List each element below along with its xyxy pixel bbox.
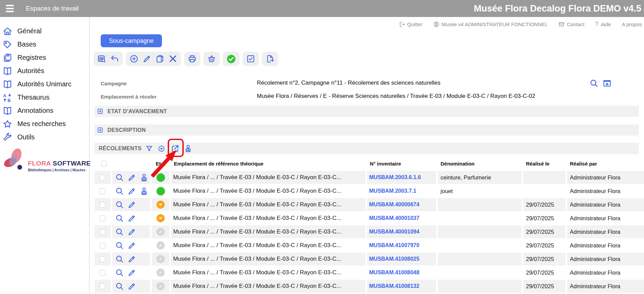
edit-icon[interactable] (128, 201, 136, 209)
realise-le-cell: 29/07/2025 (523, 253, 565, 265)
inventory-link[interactable]: MUSBAM.2003.7.1 (369, 188, 416, 194)
view-icon[interactable] (115, 201, 124, 209)
sidebar-item-thesaurus[interactable]: ABThesaurus (0, 91, 89, 104)
check-square-icon[interactable] (246, 54, 255, 63)
add-icon[interactable] (130, 54, 138, 63)
filter-icon[interactable] (145, 145, 153, 153)
row-checkbox[interactable] (100, 202, 105, 208)
row-checkbox[interactable] (100, 270, 105, 276)
emplacement-value: Musée Flora / Réserves / E - Réserve Sci… (257, 93, 535, 100)
inventaire-cell: MUSBAM.41008132 (367, 280, 436, 293)
edit-icon[interactable] (128, 214, 136, 223)
status-done-icon: ✓ (156, 282, 165, 290)
inventory-link[interactable]: MUSBAM.41007970 (369, 242, 419, 248)
recolements-title: RÉCOLEMENTS (99, 145, 142, 152)
inventory-link[interactable]: MUSBAM.2003.6.1.6 (369, 174, 421, 180)
view-icon[interactable] (115, 269, 124, 277)
view-icon[interactable] (115, 228, 124, 236)
row-checkbox-cell (95, 253, 111, 265)
basket-icon[interactable] (207, 54, 216, 63)
menu-icon[interactable] (3, 3, 17, 14)
sidebar-item-autorites-unimarc[interactable]: Autorités Unimarc (0, 77, 89, 91)
delete-icon[interactable] (168, 54, 177, 63)
edit-icon[interactable] (128, 282, 136, 291)
user-menu[interactable]: Musée v4 ADMINISTRATEUR FONCTIONNEL (433, 21, 548, 27)
export-icon[interactable] (266, 54, 275, 63)
inventaire-cell: MUSBAM.40000674 (367, 198, 436, 211)
undo-icon[interactable] (110, 54, 119, 63)
edit-icon[interactable] (128, 269, 136, 277)
inventory-link[interactable]: MUSBAM.40000674 (369, 202, 419, 208)
select-all-cell (95, 161, 111, 167)
inventory-link[interactable]: MUSBAM.40001037 (369, 215, 419, 221)
sidebar-item-label: Mes recherches (17, 120, 66, 128)
inventory-link[interactable]: MUSBAM.40001094 (369, 229, 419, 235)
inventory-link[interactable]: MUSBAM.41008132 (369, 283, 419, 289)
contact-link[interactable]: Contact (559, 21, 584, 27)
view-icon[interactable] (115, 241, 124, 250)
view-icon[interactable] (115, 214, 124, 223)
sidebar-item-label: Bases (17, 40, 36, 48)
view-icon[interactable] (115, 173, 124, 182)
row-checkbox[interactable] (100, 283, 105, 289)
view-icon[interactable] (115, 255, 124, 263)
row-checkbox[interactable] (100, 175, 105, 180)
print-icon[interactable] (188, 54, 197, 63)
inventory-link[interactable]: MUSBAM.41008025 (369, 256, 419, 262)
view-icon[interactable] (115, 187, 124, 195)
row-actions (112, 171, 150, 184)
inventaire-cell: MUSBAM.2003.7.1 (367, 185, 436, 197)
tab-sous-campagne[interactable]: Sous-campagne (101, 34, 162, 47)
list-search-icon[interactable] (97, 54, 106, 63)
select-all-checkbox[interactable] (101, 161, 107, 167)
row-checkbox[interactable] (100, 188, 105, 194)
view-icon[interactable] (115, 282, 124, 291)
sidebar-item-bases[interactable]: Bases (0, 38, 89, 51)
stamp-icon[interactable] (140, 187, 148, 195)
edit-icon[interactable] (128, 187, 136, 195)
stamp-icon[interactable] (184, 144, 192, 153)
row-checkbox-cell (95, 212, 111, 225)
sidebar-item-annotations[interactable]: Annotations (0, 104, 89, 117)
edit-icon[interactable] (128, 241, 136, 250)
row-checkbox-cell (95, 171, 111, 184)
inventaire-cell: MUSBAM.41008025 (367, 253, 436, 265)
row-checkbox[interactable] (100, 215, 105, 221)
window-upload-icon[interactable] (602, 79, 612, 88)
flora-software-logo: FLORA SOFTWARE Bibliothèques | Archives … (2, 148, 87, 178)
toolbar (94, 52, 278, 66)
inventory-link[interactable]: MUSBAM.41008048 (369, 270, 419, 276)
realise-le-cell: 29/07/2025 (523, 239, 565, 252)
edit-icon[interactable] (128, 255, 136, 263)
utility-links: Quitter Musée v4 ADMINISTRATEUR FONCTION… (399, 21, 642, 27)
copy-icon[interactable] (155, 54, 164, 63)
open-external-icon[interactable] (170, 144, 180, 153)
sidebar-item-general[interactable]: Général (0, 24, 89, 38)
edit-icon[interactable] (128, 228, 136, 236)
book-icon (3, 80, 12, 89)
search-icon[interactable] (590, 79, 598, 88)
aide-link[interactable]: ?Aide (595, 21, 611, 27)
validate-icon[interactable] (227, 54, 236, 64)
row-actions (112, 198, 150, 211)
sidebar-item-outils[interactable]: Outils (0, 131, 89, 144)
edit-icon[interactable] (143, 54, 151, 63)
add-recolement-icon[interactable] (158, 145, 165, 152)
emplacement-cell: Musée Flora / ... / Travée E-03 / Module… (171, 171, 365, 184)
sidebar-item-registres[interactable]: Registres (0, 51, 89, 64)
home-icon (3, 27, 12, 36)
sidebar-item-mes-recherches[interactable]: Mes recherches (0, 117, 89, 131)
row-checkbox[interactable] (100, 229, 105, 235)
stamp-icon[interactable] (140, 173, 148, 182)
row-checkbox[interactable] (100, 256, 105, 262)
expand-icon[interactable] (97, 108, 103, 114)
quitter-link[interactable]: Quitter (399, 21, 423, 27)
edit-icon[interactable] (128, 173, 136, 182)
apropos-link[interactable]: A propos (622, 21, 642, 27)
table-row: ✓Musée Flora / ... / Travée E-03 / Modul… (95, 225, 644, 238)
toolbar-group-export (262, 52, 278, 66)
expand-icon[interactable] (97, 127, 103, 133)
emplacement-cell: Musée Flora / ... / Travée E-03 / Module… (171, 185, 365, 197)
sidebar-item-autorites[interactable]: Autorités (0, 64, 89, 77)
row-checkbox[interactable] (100, 243, 105, 248)
